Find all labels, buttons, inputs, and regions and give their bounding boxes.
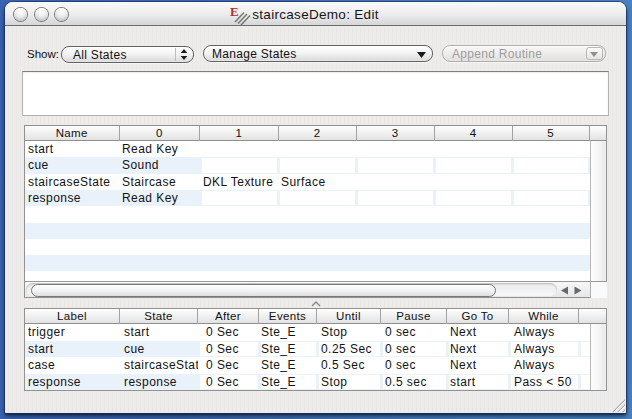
svg-text:E: E (230, 4, 239, 19)
